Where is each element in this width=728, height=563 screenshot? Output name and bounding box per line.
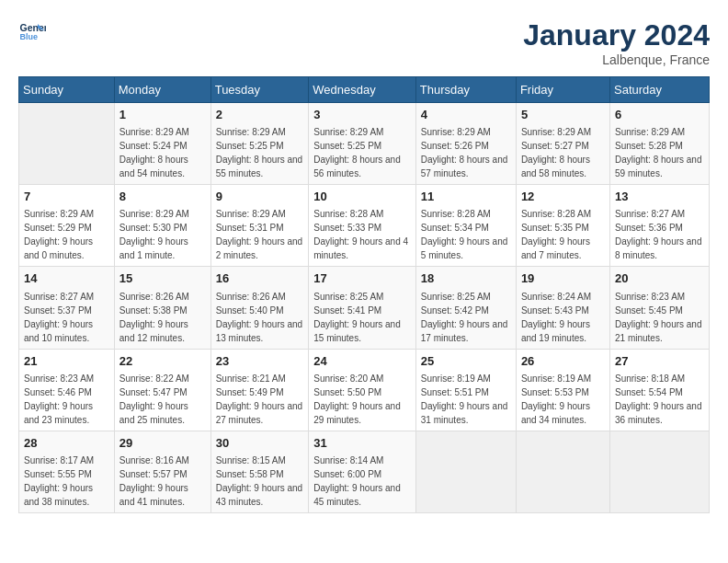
col-saturday: Saturday — [609, 77, 709, 103]
col-tuesday: Tuesday — [210, 77, 309, 103]
cell-info: Sunrise: 8:29 AMSunset: 5:25 PMDaylight:… — [313, 125, 411, 180]
cell-info: Sunrise: 8:25 AMSunset: 5:41 PMDaylight:… — [313, 290, 411, 345]
calendar-cell: 13Sunrise: 8:27 AMSunset: 5:36 PMDayligh… — [609, 185, 709, 267]
cell-info: Sunrise: 8:29 AMSunset: 5:29 PMDaylight:… — [24, 207, 109, 262]
cell-info: Sunrise: 8:16 AMSunset: 5:57 PMDaylight:… — [119, 454, 206, 509]
cell-info: Sunrise: 8:28 AMSunset: 5:33 PMDaylight:… — [313, 207, 411, 262]
calendar-cell: 5Sunrise: 8:29 AMSunset: 5:27 PMDaylight… — [516, 103, 609, 185]
day-number: 5 — [521, 107, 605, 123]
title-area: January 2024 Lalbenque, France — [523, 18, 710, 67]
day-number: 30 — [216, 435, 304, 452]
day-number: 8 — [119, 189, 206, 205]
calendar-cell: 2Sunrise: 8:29 AMSunset: 5:25 PMDaylight… — [210, 103, 309, 185]
calendar-week-1: 1Sunrise: 8:29 AMSunset: 5:24 PMDaylight… — [19, 103, 710, 185]
calendar-cell: 10Sunrise: 8:28 AMSunset: 5:33 PMDayligh… — [309, 185, 416, 267]
calendar-cell: 4Sunrise: 8:29 AMSunset: 5:26 PMDaylight… — [415, 103, 516, 185]
day-number: 13 — [615, 189, 704, 205]
day-number: 11 — [421, 189, 511, 205]
calendar-cell: 7Sunrise: 8:29 AMSunset: 5:29 PMDaylight… — [19, 185, 115, 267]
cell-info: Sunrise: 8:26 AMSunset: 5:40 PMDaylight:… — [216, 290, 304, 345]
cell-info: Sunrise: 8:23 AMSunset: 5:45 PMDaylight:… — [615, 290, 704, 345]
day-number: 25 — [421, 353, 511, 370]
day-number: 12 — [521, 189, 605, 205]
cell-info: Sunrise: 8:22 AMSunset: 5:47 PMDaylight:… — [119, 372, 206, 427]
col-wednesday: Wednesday — [309, 77, 416, 103]
day-number: 19 — [521, 270, 605, 287]
calendar-cell: 27Sunrise: 8:18 AMSunset: 5:54 PMDayligh… — [609, 349, 709, 431]
calendar-cell: 21Sunrise: 8:23 AMSunset: 5:46 PMDayligh… — [19, 349, 115, 431]
calendar-cell: 12Sunrise: 8:28 AMSunset: 5:35 PMDayligh… — [516, 185, 609, 267]
cell-info: Sunrise: 8:14 AMSunset: 6:00 PMDaylight:… — [313, 454, 411, 509]
day-number: 23 — [216, 353, 304, 370]
cell-info: Sunrise: 8:28 AMSunset: 5:34 PMDaylight:… — [421, 207, 511, 262]
calendar-table: Sunday Monday Tuesday Wednesday Thursday… — [18, 76, 710, 513]
calendar-cell: 11Sunrise: 8:28 AMSunset: 5:34 PMDayligh… — [415, 185, 516, 267]
day-number: 18 — [421, 270, 511, 287]
cell-info: Sunrise: 8:23 AMSunset: 5:46 PMDaylight:… — [24, 372, 109, 427]
calendar-cell: 18Sunrise: 8:25 AMSunset: 5:42 PMDayligh… — [415, 267, 516, 349]
day-number: 20 — [615, 270, 704, 287]
svg-text:General: General — [20, 22, 47, 33]
cell-info: Sunrise: 8:20 AMSunset: 5:50 PMDaylight:… — [313, 372, 411, 427]
calendar-cell: 19Sunrise: 8:24 AMSunset: 5:43 PMDayligh… — [516, 267, 609, 349]
day-number: 1 — [119, 107, 206, 123]
cell-info: Sunrise: 8:29 AMSunset: 5:30 PMDaylight:… — [119, 207, 206, 262]
calendar-cell: 28Sunrise: 8:17 AMSunset: 5:55 PMDayligh… — [19, 431, 115, 512]
calendar-cell: 9Sunrise: 8:29 AMSunset: 5:31 PMDaylight… — [210, 185, 309, 267]
calendar-cell: 8Sunrise: 8:29 AMSunset: 5:30 PMDaylight… — [114, 185, 210, 267]
cell-info: Sunrise: 8:29 AMSunset: 5:25 PMDaylight:… — [216, 125, 304, 180]
day-number: 22 — [119, 353, 206, 370]
day-number: 15 — [119, 270, 206, 287]
cell-info: Sunrise: 8:26 AMSunset: 5:38 PMDaylight:… — [119, 290, 206, 345]
calendar-cell: 24Sunrise: 8:20 AMSunset: 5:50 PMDayligh… — [309, 349, 416, 431]
cell-info: Sunrise: 8:29 AMSunset: 5:26 PMDaylight:… — [421, 125, 511, 180]
cell-info: Sunrise: 8:29 AMSunset: 5:27 PMDaylight:… — [521, 125, 605, 180]
calendar-cell: 20Sunrise: 8:23 AMSunset: 5:45 PMDayligh… — [609, 267, 709, 349]
calendar-week-3: 14Sunrise: 8:27 AMSunset: 5:37 PMDayligh… — [19, 267, 710, 349]
calendar-cell — [19, 103, 115, 185]
calendar-cell: 31Sunrise: 8:14 AMSunset: 6:00 PMDayligh… — [309, 431, 416, 512]
calendar-cell — [415, 431, 516, 512]
location: Lalbenque, France — [523, 52, 710, 67]
day-number: 31 — [313, 435, 411, 452]
cell-info: Sunrise: 8:29 AMSunset: 5:24 PMDaylight:… — [119, 125, 206, 180]
day-number: 28 — [24, 435, 109, 452]
calendar-cell: 29Sunrise: 8:16 AMSunset: 5:57 PMDayligh… — [114, 431, 210, 512]
header-row: Sunday Monday Tuesday Wednesday Thursday… — [19, 77, 710, 103]
cell-info: Sunrise: 8:21 AMSunset: 5:49 PMDaylight:… — [216, 372, 304, 427]
calendar-cell: 23Sunrise: 8:21 AMSunset: 5:49 PMDayligh… — [210, 349, 309, 431]
cell-info: Sunrise: 8:25 AMSunset: 5:42 PMDaylight:… — [421, 290, 511, 345]
calendar-cell: 6Sunrise: 8:29 AMSunset: 5:28 PMDaylight… — [609, 103, 709, 185]
calendar-week-2: 7Sunrise: 8:29 AMSunset: 5:29 PMDaylight… — [19, 185, 710, 267]
day-number: 10 — [313, 189, 411, 205]
calendar-cell — [609, 431, 709, 512]
page-header: General Blue January 2024 Lalbenque, Fra… — [18, 18, 710, 67]
day-number: 27 — [615, 353, 704, 370]
calendar-cell: 14Sunrise: 8:27 AMSunset: 5:37 PMDayligh… — [19, 267, 115, 349]
col-friday: Friday — [516, 77, 609, 103]
day-number: 3 — [313, 107, 411, 123]
calendar-cell — [516, 431, 609, 512]
col-monday: Monday — [114, 77, 210, 103]
cell-info: Sunrise: 8:28 AMSunset: 5:35 PMDaylight:… — [521, 207, 605, 262]
logo: General Blue — [18, 18, 46, 46]
cell-info: Sunrise: 8:15 AMSunset: 5:58 PMDaylight:… — [216, 454, 304, 509]
calendar-cell: 17Sunrise: 8:25 AMSunset: 5:41 PMDayligh… — [309, 267, 416, 349]
calendar-cell: 15Sunrise: 8:26 AMSunset: 5:38 PMDayligh… — [114, 267, 210, 349]
day-number: 21 — [24, 353, 109, 370]
logo-icon: General Blue — [18, 18, 46, 46]
calendar-week-4: 21Sunrise: 8:23 AMSunset: 5:46 PMDayligh… — [19, 349, 710, 431]
calendar-cell: 22Sunrise: 8:22 AMSunset: 5:47 PMDayligh… — [114, 349, 210, 431]
day-number: 14 — [24, 270, 109, 287]
cell-info: Sunrise: 8:29 AMSunset: 5:31 PMDaylight:… — [216, 207, 304, 262]
cell-info: Sunrise: 8:27 AMSunset: 5:37 PMDaylight:… — [24, 290, 109, 345]
cell-info: Sunrise: 8:17 AMSunset: 5:55 PMDaylight:… — [24, 454, 109, 509]
cell-info: Sunrise: 8:18 AMSunset: 5:54 PMDaylight:… — [615, 372, 704, 427]
col-sunday: Sunday — [19, 77, 115, 103]
day-number: 26 — [521, 353, 605, 370]
day-number: 7 — [24, 189, 109, 205]
day-number: 17 — [313, 270, 411, 287]
day-number: 9 — [216, 189, 304, 205]
cell-info: Sunrise: 8:27 AMSunset: 5:36 PMDaylight:… — [615, 207, 704, 262]
day-number: 29 — [119, 435, 206, 452]
